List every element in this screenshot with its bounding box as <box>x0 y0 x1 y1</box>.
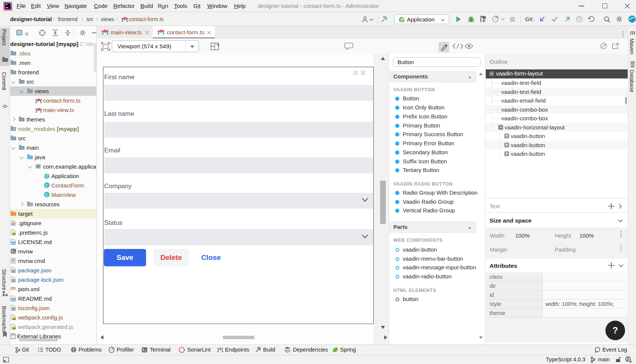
svg-text:JS: JS <box>12 318 16 320</box>
svg-text:C: C <box>45 183 48 188</box>
svg-text:{}: {} <box>12 280 15 283</box>
svg-text:MD: MD <box>11 242 15 245</box>
svg-text:{}: {} <box>12 308 15 311</box>
svg-text:{}: {} <box>12 270 15 273</box>
svg-text:MD: MD <box>11 299 15 301</box>
svg-text:C: C <box>45 193 48 197</box>
svg-text:JS: JS <box>12 327 16 330</box>
svg-text:JS: JS <box>12 233 16 235</box>
